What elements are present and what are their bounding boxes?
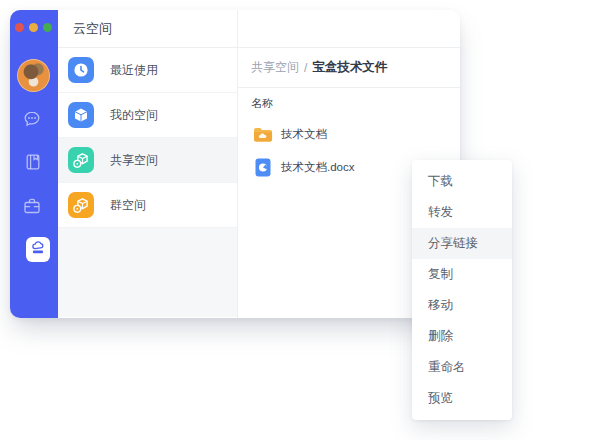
page: 云空间 最近使用 xyxy=(0,0,600,440)
menu-item-download[interactable]: 下载 xyxy=(412,166,512,197)
nav-item-label: 共享空间 xyxy=(110,152,158,169)
menu-item-preview[interactable]: 预览 xyxy=(412,383,512,414)
breadcrumb-separator: / xyxy=(304,61,307,75)
nav-item-label: 最近使用 xyxy=(110,62,158,79)
menu-item-delete[interactable]: 删除 xyxy=(412,321,512,352)
menu-item-forward[interactable]: 转发 xyxy=(412,197,512,228)
window-controls xyxy=(15,23,52,32)
page-title: 云空间 xyxy=(58,10,237,48)
breadcrumb-current: 宝盒技术文件 xyxy=(312,59,387,76)
column-header-name: 名称 xyxy=(238,88,460,118)
app-window: 云空间 最近使用 xyxy=(10,10,460,318)
chat-bubble-icon xyxy=(22,109,42,129)
docx-icon xyxy=(253,158,273,177)
sidebar-item-notebook[interactable] xyxy=(23,152,43,172)
breadcrumb: 共享空间 / 宝盒技术文件 xyxy=(238,48,460,88)
clock-icon xyxy=(68,57,94,83)
close-button[interactable] xyxy=(15,23,24,32)
group-cube-icon xyxy=(68,192,94,218)
file-name: 技术文档.docx xyxy=(281,160,355,175)
briefcase-icon xyxy=(22,196,42,216)
nav-item-shared-space[interactable]: 共享空间 xyxy=(58,138,237,183)
zoom-button[interactable] xyxy=(43,23,52,32)
breadcrumb-parent[interactable]: 共享空间 xyxy=(251,59,299,76)
nav-item-label: 我的空间 xyxy=(110,107,158,124)
folder-icon xyxy=(253,126,273,143)
nav-item-my-space[interactable]: 我的空间 xyxy=(58,93,237,138)
nav-panel: 云空间 最近使用 xyxy=(58,10,237,318)
menu-item-move[interactable]: 移动 xyxy=(412,290,512,321)
sidebar-item-briefcase[interactable] xyxy=(22,196,42,216)
shared-cube-icon xyxy=(68,147,94,173)
notebook-icon xyxy=(23,152,43,172)
avatar[interactable] xyxy=(17,59,50,92)
file-name: 技术文档 xyxy=(281,127,327,142)
context-menu: 下载 转发 分享链接 复制 移动 删除 重命名 预览 xyxy=(412,160,512,420)
file-row-folder[interactable]: 技术文档 xyxy=(238,118,460,151)
nav-item-recent[interactable]: 最近使用 xyxy=(58,48,237,93)
menu-item-share-link[interactable]: 分享链接 xyxy=(412,228,512,259)
cube-icon xyxy=(68,102,94,128)
content-titlebar-spacer xyxy=(238,10,460,48)
cloud-drive-icon xyxy=(30,240,46,260)
nav-item-group-space[interactable]: 群空间 xyxy=(58,183,237,228)
menu-item-rename[interactable]: 重命名 xyxy=(412,352,512,383)
minimize-button[interactable] xyxy=(29,23,38,32)
menu-item-copy[interactable]: 复制 xyxy=(412,259,512,290)
sidebar-item-cloud-drive-active[interactable] xyxy=(26,237,50,262)
sidebar-rail xyxy=(10,10,58,318)
sidebar-item-chat[interactable] xyxy=(22,109,42,129)
nav-item-label: 群空间 xyxy=(110,197,146,214)
nav-filler xyxy=(58,228,237,317)
